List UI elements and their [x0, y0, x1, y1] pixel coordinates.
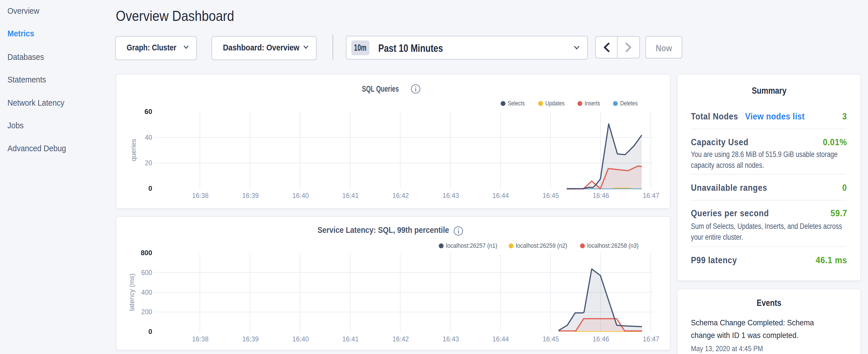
svg-text:16:42: 16:42 — [392, 192, 409, 199]
svg-text:queries: queries — [129, 139, 137, 162]
svg-text:16:45: 16:45 — [542, 335, 559, 343]
svg-text:16:47: 16:47 — [643, 192, 659, 199]
svg-text:16:41: 16:41 — [342, 335, 359, 343]
svg-text:16:46: 16:46 — [593, 192, 609, 199]
svg-text:16:38: 16:38 — [192, 335, 209, 343]
svg-text:16:41: 16:41 — [342, 192, 359, 199]
svg-text:16:43: 16:43 — [442, 335, 459, 343]
svg-text:600: 600 — [141, 269, 152, 277]
svg-text:16:40: 16:40 — [292, 192, 309, 199]
svg-text:16:44: 16:44 — [492, 192, 509, 199]
svg-text:16:38: 16:38 — [192, 192, 209, 199]
svg-text:40: 40 — [145, 134, 152, 141]
svg-text:16:44: 16:44 — [492, 335, 509, 343]
svg-text:800: 800 — [141, 249, 152, 257]
svg-text:200: 200 — [141, 308, 152, 316]
svg-text:0: 0 — [149, 185, 152, 192]
svg-text:16:46: 16:46 — [593, 335, 609, 343]
svg-text:400: 400 — [141, 289, 152, 296]
svg-text:16:40: 16:40 — [292, 335, 309, 343]
svg-text:latency (ms): latency (ms) — [128, 273, 135, 311]
svg-text:60: 60 — [145, 108, 152, 116]
svg-text:20: 20 — [145, 159, 152, 167]
svg-text:16:39: 16:39 — [242, 192, 259, 199]
svg-text:16:47: 16:47 — [643, 335, 659, 343]
svg-text:16:45: 16:45 — [542, 192, 559, 199]
svg-text:16:43: 16:43 — [442, 192, 459, 199]
svg-text:16:39: 16:39 — [242, 335, 259, 343]
svg-text:0: 0 — [149, 328, 152, 335]
svg-text:16:42: 16:42 — [392, 335, 409, 343]
